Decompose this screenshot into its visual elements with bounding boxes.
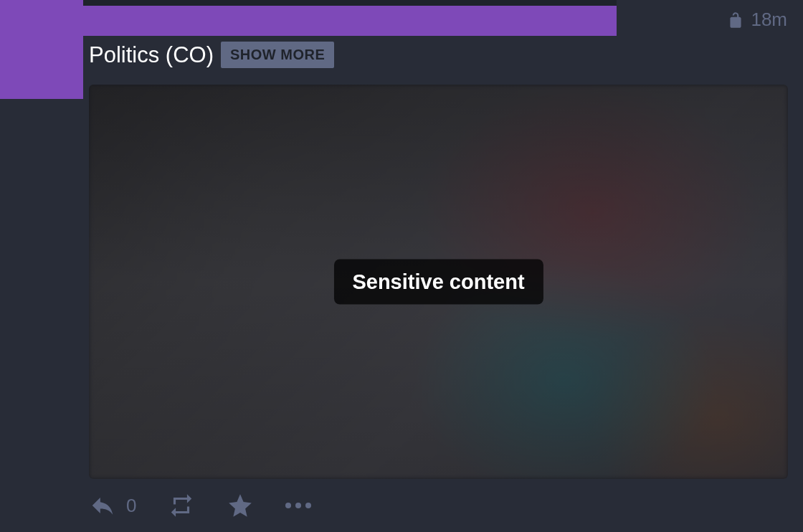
boost-icon bbox=[168, 492, 195, 519]
content-warning-text: Politics (CO) bbox=[89, 42, 214, 68]
boost-button[interactable] bbox=[168, 492, 195, 519]
more-button[interactable] bbox=[285, 503, 311, 508]
timestamp-text: 18m bbox=[751, 9, 787, 31]
favorite-button[interactable] bbox=[227, 492, 254, 519]
unlock-icon bbox=[726, 11, 745, 29]
display-name-bar[interactable] bbox=[83, 6, 617, 36]
dot-icon bbox=[285, 503, 291, 508]
show-more-button[interactable]: SHOW MORE bbox=[221, 42, 334, 68]
avatar[interactable] bbox=[0, 0, 83, 99]
sensitive-content-label: Sensitive content bbox=[333, 260, 543, 305]
header-bar bbox=[83, 0, 617, 6]
content-warning-row: Politics (CO) SHOW MORE bbox=[89, 42, 334, 68]
timestamp[interactable]: 18m bbox=[726, 9, 787, 31]
reply-count: 0 bbox=[126, 495, 136, 517]
dot-icon bbox=[295, 503, 301, 508]
star-icon bbox=[227, 492, 254, 519]
dot-icon bbox=[305, 503, 311, 508]
action-bar: 0 bbox=[89, 492, 311, 519]
media-attachment[interactable]: Sensitive content bbox=[89, 85, 788, 479]
reply-icon bbox=[89, 492, 116, 519]
reply-button[interactable]: 0 bbox=[89, 492, 136, 519]
